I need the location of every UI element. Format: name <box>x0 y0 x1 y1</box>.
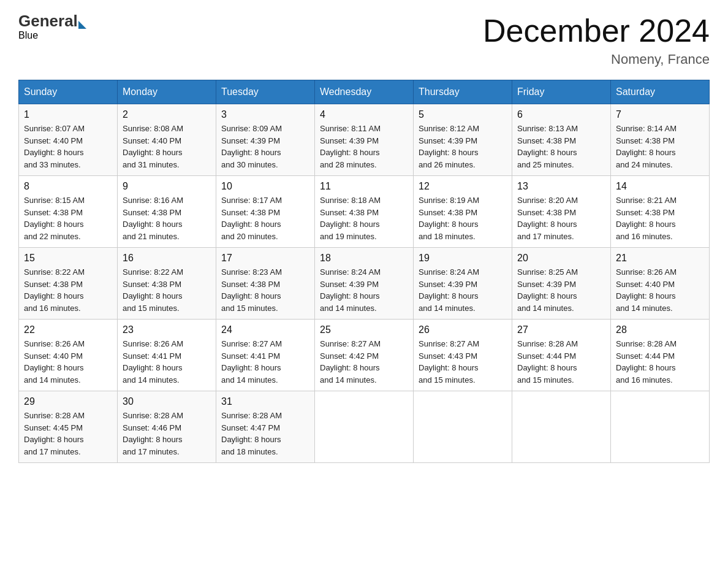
table-row: 1Sunrise: 8:07 AMSunset: 4:40 PMDaylight… <box>19 104 118 176</box>
day-info: Sunrise: 8:26 AMSunset: 4:41 PMDaylight:… <box>123 338 211 386</box>
day-info: Sunrise: 8:19 AMSunset: 4:38 PMDaylight:… <box>419 194 507 242</box>
day-number: 9 <box>123 181 211 192</box>
day-number: 12 <box>419 181 507 192</box>
logo-blue-text: Blue <box>18 30 38 40</box>
table-row <box>611 391 710 463</box>
day-number: 23 <box>123 324 211 335</box>
title-section: December 2024 Nomeny, France <box>483 12 710 67</box>
table-row: 21Sunrise: 8:26 AMSunset: 4:40 PMDayligh… <box>611 248 710 320</box>
day-number: 1 <box>24 109 112 120</box>
table-row: 29Sunrise: 8:28 AMSunset: 4:45 PMDayligh… <box>19 391 118 463</box>
day-info: Sunrise: 8:28 AMSunset: 4:46 PMDaylight:… <box>123 410 211 458</box>
table-row <box>315 391 414 463</box>
day-info: Sunrise: 8:14 AMSunset: 4:38 PMDaylight:… <box>616 123 704 170</box>
table-row: 20Sunrise: 8:25 AMSunset: 4:39 PMDayligh… <box>512 248 611 320</box>
table-row: 17Sunrise: 8:23 AMSunset: 4:38 PMDayligh… <box>216 248 315 320</box>
day-number: 8 <box>24 181 112 192</box>
table-row: 13Sunrise: 8:20 AMSunset: 4:38 PMDayligh… <box>512 176 611 248</box>
day-info: Sunrise: 8:28 AMSunset: 4:47 PMDaylight:… <box>221 410 309 458</box>
day-info: Sunrise: 8:25 AMSunset: 4:39 PMDaylight:… <box>517 266 605 314</box>
day-number: 31 <box>221 396 309 407</box>
day-info: Sunrise: 8:28 AMSunset: 4:45 PMDaylight:… <box>24 410 112 458</box>
table-row: 10Sunrise: 8:17 AMSunset: 4:38 PMDayligh… <box>216 176 315 248</box>
day-number: 29 <box>24 396 112 407</box>
day-info: Sunrise: 8:26 AMSunset: 4:40 PMDaylight:… <box>616 266 704 314</box>
day-info: Sunrise: 8:27 AMSunset: 4:43 PMDaylight:… <box>419 338 507 386</box>
calendar-header-row: Sunday Monday Tuesday Wednesday Thursday… <box>19 80 710 104</box>
day-info: Sunrise: 8:18 AMSunset: 4:38 PMDaylight:… <box>320 194 408 242</box>
day-info: Sunrise: 8:08 AMSunset: 4:40 PMDaylight:… <box>123 123 211 170</box>
week-row-2: 8Sunrise: 8:15 AMSunset: 4:38 PMDaylight… <box>19 176 710 248</box>
table-row: 7Sunrise: 8:14 AMSunset: 4:38 PMDaylight… <box>611 104 710 176</box>
day-info: Sunrise: 8:28 AMSunset: 4:44 PMDaylight:… <box>616 338 704 386</box>
day-number: 3 <box>221 109 309 120</box>
col-tuesday: Tuesday <box>216 80 315 104</box>
table-row: 23Sunrise: 8:26 AMSunset: 4:41 PMDayligh… <box>118 320 216 391</box>
col-sunday: Sunday <box>19 80 118 104</box>
day-number: 24 <box>221 324 309 335</box>
page-header: General Blue December 2024 Nomeny, Franc… <box>18 12 710 67</box>
day-number: 4 <box>320 109 408 120</box>
day-info: Sunrise: 8:23 AMSunset: 4:38 PMDaylight:… <box>221 266 309 314</box>
table-row: 24Sunrise: 8:27 AMSunset: 4:41 PMDayligh… <box>216 320 315 391</box>
day-number: 22 <box>24 324 112 335</box>
day-info: Sunrise: 8:22 AMSunset: 4:38 PMDaylight:… <box>24 266 112 314</box>
table-row: 2Sunrise: 8:08 AMSunset: 4:40 PMDaylight… <box>118 104 216 176</box>
day-info: Sunrise: 8:22 AMSunset: 4:38 PMDaylight:… <box>123 266 211 314</box>
table-row: 8Sunrise: 8:15 AMSunset: 4:38 PMDaylight… <box>19 176 118 248</box>
day-info: Sunrise: 8:11 AMSunset: 4:39 PMDaylight:… <box>320 123 408 170</box>
table-row: 9Sunrise: 8:16 AMSunset: 4:38 PMDaylight… <box>118 176 216 248</box>
table-row: 11Sunrise: 8:18 AMSunset: 4:38 PMDayligh… <box>315 176 414 248</box>
day-info: Sunrise: 8:17 AMSunset: 4:38 PMDaylight:… <box>221 194 309 242</box>
location-label: Nomeny, France <box>483 52 710 67</box>
week-row-3: 15Sunrise: 8:22 AMSunset: 4:38 PMDayligh… <box>19 248 710 320</box>
col-saturday: Saturday <box>611 80 710 104</box>
day-info: Sunrise: 8:24 AMSunset: 4:39 PMDaylight:… <box>320 266 408 314</box>
table-row: 12Sunrise: 8:19 AMSunset: 4:38 PMDayligh… <box>414 176 512 248</box>
table-row: 27Sunrise: 8:28 AMSunset: 4:44 PMDayligh… <box>512 320 611 391</box>
day-number: 27 <box>517 324 605 335</box>
table-row: 16Sunrise: 8:22 AMSunset: 4:38 PMDayligh… <box>118 248 216 320</box>
table-row: 4Sunrise: 8:11 AMSunset: 4:39 PMDaylight… <box>315 104 414 176</box>
day-info: Sunrise: 8:12 AMSunset: 4:39 PMDaylight:… <box>419 123 507 170</box>
day-number: 7 <box>616 109 704 120</box>
day-info: Sunrise: 8:27 AMSunset: 4:41 PMDaylight:… <box>221 338 309 386</box>
week-row-5: 29Sunrise: 8:28 AMSunset: 4:45 PMDayligh… <box>19 391 710 463</box>
day-info: Sunrise: 8:24 AMSunset: 4:39 PMDaylight:… <box>419 266 507 314</box>
day-info: Sunrise: 8:21 AMSunset: 4:38 PMDaylight:… <box>616 194 704 242</box>
day-number: 13 <box>517 181 605 192</box>
day-info: Sunrise: 8:07 AMSunset: 4:40 PMDaylight:… <box>24 123 112 170</box>
day-number: 14 <box>616 181 704 192</box>
table-row: 5Sunrise: 8:12 AMSunset: 4:39 PMDaylight… <box>414 104 512 176</box>
table-row: 3Sunrise: 8:09 AMSunset: 4:39 PMDaylight… <box>216 104 315 176</box>
day-info: Sunrise: 8:15 AMSunset: 4:38 PMDaylight:… <box>24 194 112 242</box>
table-row: 19Sunrise: 8:24 AMSunset: 4:39 PMDayligh… <box>414 248 512 320</box>
day-info: Sunrise: 8:26 AMSunset: 4:40 PMDaylight:… <box>24 338 112 386</box>
day-number: 28 <box>616 324 704 335</box>
week-row-1: 1Sunrise: 8:07 AMSunset: 4:40 PMDaylight… <box>19 104 710 176</box>
day-info: Sunrise: 8:13 AMSunset: 4:38 PMDaylight:… <box>517 123 605 170</box>
day-info: Sunrise: 8:20 AMSunset: 4:38 PMDaylight:… <box>517 194 605 242</box>
day-number: 2 <box>123 109 211 120</box>
day-number: 20 <box>517 253 605 264</box>
month-title: December 2024 <box>483 12 710 49</box>
col-thursday: Thursday <box>414 80 512 104</box>
table-row: 28Sunrise: 8:28 AMSunset: 4:44 PMDayligh… <box>611 320 710 391</box>
logo-general-text: General <box>18 12 78 30</box>
day-number: 26 <box>419 324 507 335</box>
day-number: 11 <box>320 181 408 192</box>
week-row-4: 22Sunrise: 8:26 AMSunset: 4:40 PMDayligh… <box>19 320 710 391</box>
day-number: 18 <box>320 253 408 264</box>
day-number: 6 <box>517 109 605 120</box>
day-info: Sunrise: 8:27 AMSunset: 4:42 PMDaylight:… <box>320 338 408 386</box>
calendar-table: Sunday Monday Tuesday Wednesday Thursday… <box>18 80 710 463</box>
day-number: 19 <box>419 253 507 264</box>
day-number: 5 <box>419 109 507 120</box>
day-number: 15 <box>24 253 112 264</box>
day-number: 25 <box>320 324 408 335</box>
table-row <box>414 391 512 463</box>
table-row: 6Sunrise: 8:13 AMSunset: 4:38 PMDaylight… <box>512 104 611 176</box>
day-number: 17 <box>221 253 309 264</box>
logo-arrow-icon <box>78 21 86 29</box>
day-number: 21 <box>616 253 704 264</box>
